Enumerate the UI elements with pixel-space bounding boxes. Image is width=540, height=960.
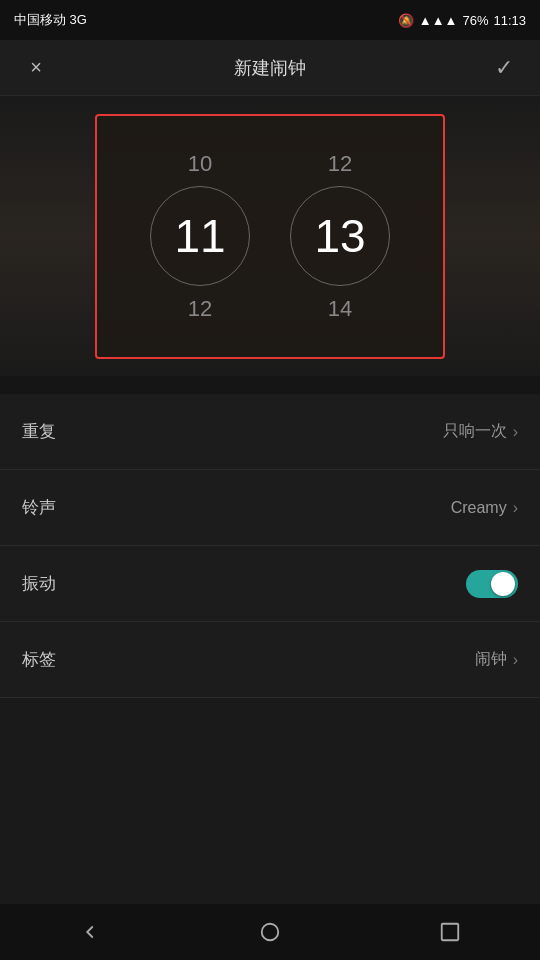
tag-right: 闹钟 ›: [475, 649, 518, 670]
close-button[interactable]: ×: [18, 50, 54, 86]
time-label: 11:13: [493, 13, 526, 28]
page-title: 新建闹钟: [234, 56, 306, 80]
tag-row[interactable]: 标签 闹钟 ›: [0, 622, 540, 698]
status-bar: 中国移动 3G 🔕 ▲▲▲ 76% 11:13: [0, 0, 540, 40]
ringtone-label: 铃声: [22, 496, 56, 519]
ringtone-right: Creamy ›: [451, 499, 518, 517]
minute-circle: 13: [290, 186, 390, 286]
repeat-row[interactable]: 重复 只响一次 ›: [0, 394, 540, 470]
minute-current: 13: [314, 209, 365, 263]
vibrate-row[interactable]: 振动: [0, 546, 540, 622]
minute-below: 14: [328, 286, 352, 331]
close-icon: ×: [30, 56, 42, 79]
settings-section: 重复 只响一次 › 铃声 Creamy › 振动 标签 闹钟 ›: [0, 394, 540, 698]
svg-rect-1: [442, 924, 459, 941]
repeat-value: 只响一次: [443, 421, 507, 442]
hour-spinner[interactable]: 10 11 12: [145, 141, 255, 331]
vibrate-toggle[interactable]: [466, 570, 518, 598]
recent-button[interactable]: [420, 912, 480, 952]
hour-below: 12: [188, 286, 212, 331]
minute-above: 12: [328, 141, 352, 186]
battery-level: 76%: [462, 13, 488, 28]
check-icon: ✓: [495, 55, 513, 81]
ringtone-chevron-icon: ›: [513, 499, 518, 517]
hour-current: 11: [174, 209, 225, 263]
time-picker-box[interactable]: 10 11 12 12 13 14: [95, 114, 445, 359]
bottom-nav: [0, 904, 540, 960]
toggle-thumb: [491, 572, 515, 596]
signal-icon: ▲▲▲: [419, 13, 458, 28]
hour-above: 10: [188, 141, 212, 186]
tag-value: 闹钟: [475, 649, 507, 670]
repeat-right: 只响一次 ›: [443, 421, 518, 442]
tag-chevron-icon: ›: [513, 651, 518, 669]
carrier-label: 中国移动 3G: [14, 11, 87, 29]
back-icon: [79, 921, 101, 943]
status-right: 🔕 ▲▲▲ 76% 11:13: [398, 13, 526, 28]
svg-point-0: [262, 924, 279, 941]
home-button[interactable]: [240, 912, 300, 952]
confirm-button[interactable]: ✓: [486, 50, 522, 86]
back-button[interactable]: [60, 912, 120, 952]
vibrate-label: 振动: [22, 572, 56, 595]
tag-label: 标签: [22, 648, 56, 671]
hour-circle: 11: [150, 186, 250, 286]
time-picker-area: 10 11 12 12 13 14: [0, 96, 540, 376]
ringtone-value: Creamy: [451, 499, 507, 517]
minute-spinner[interactable]: 12 13 14: [285, 141, 395, 331]
battery-icon: 🔕: [398, 13, 414, 28]
mid-spacer: [0, 376, 540, 394]
vibrate-right: [466, 570, 518, 598]
home-icon: [259, 921, 281, 943]
ringtone-row[interactable]: 铃声 Creamy ›: [0, 470, 540, 546]
repeat-chevron-icon: ›: [513, 423, 518, 441]
repeat-label: 重复: [22, 420, 56, 443]
top-bar: × 新建闹钟 ✓: [0, 40, 540, 96]
recent-icon: [439, 921, 461, 943]
